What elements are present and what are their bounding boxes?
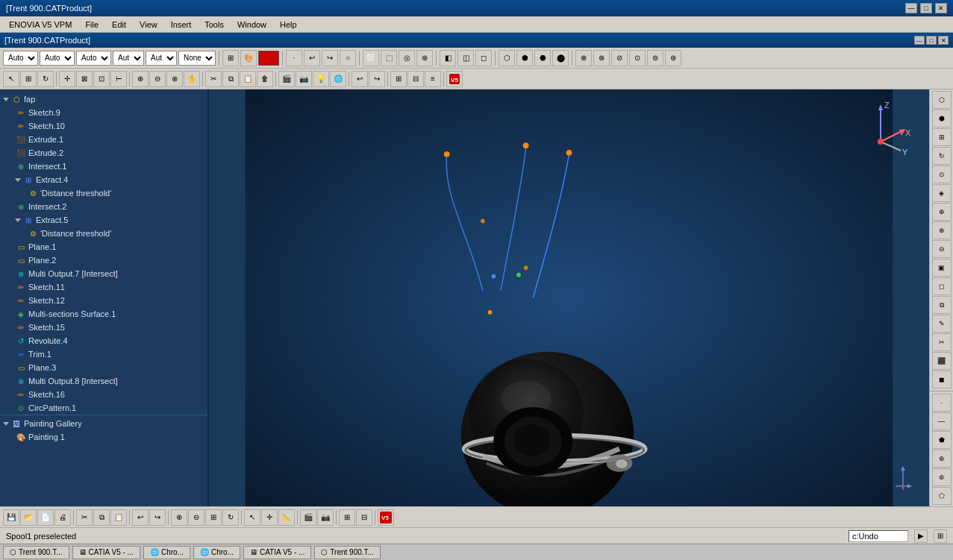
right-btn-8[interactable]: ⊗: [932, 221, 952, 239]
toolbar2-btn-delete[interactable]: 🗑: [257, 71, 273, 87]
bottom-btn-paste[interactable]: 📋: [110, 509, 127, 526]
toolbar2-btn-rotate[interactable]: ↻: [37, 71, 54, 87]
toolbar2-btn-catia[interactable]: V5: [446, 71, 463, 87]
toolbar-select-3[interactable]: Auto: [76, 51, 111, 66]
bottom-btn-axis[interactable]: ⊟: [356, 509, 372, 526]
right-btn-11[interactable]: ◻: [932, 277, 952, 295]
right-btn-13[interactable]: ✎: [932, 315, 952, 333]
right-btn-2[interactable]: ⬢: [932, 110, 952, 128]
taskbar-btn-5[interactable]: 🖥 CATIA V5 - ...: [243, 546, 311, 559]
bottom-btn-open[interactable]: 📂: [20, 509, 37, 526]
tree-item-revolute4[interactable]: ↺ Revolute.4: [0, 334, 207, 347]
bottom-btn-grid[interactable]: ⊞: [339, 509, 355, 526]
toolbar2-btn-snap2[interactable]: ⊟: [407, 71, 424, 87]
taskbar-btn-4[interactable]: 🌐 Chro...: [193, 546, 240, 559]
toolbar-select-1[interactable]: Auto: [3, 51, 38, 66]
bottom-btn-redo[interactable]: ↪: [149, 509, 166, 526]
tree-item-plane2[interactable]: ▭ Plane.2: [0, 254, 207, 267]
inner-minimize-button[interactable]: —: [914, 36, 925, 45]
bottom-btn-rotate[interactable]: ↻: [222, 509, 239, 526]
bottom-btn-new[interactable]: 📄: [37, 509, 54, 526]
tree-item-sketch16[interactable]: ✏ Sketch.16: [0, 388, 207, 401]
toolbar-btn-3d2[interactable]: ⬢: [516, 50, 533, 66]
right-btn-16[interactable]: ◼: [932, 371, 952, 388]
toolbar-btn-undo[interactable]: ↩: [304, 50, 320, 66]
tree-item-multi8[interactable]: ⊗ Multi Output.8 [Intersect]: [0, 374, 207, 388]
taskbar-btn-2[interactable]: 🖥 CATIA V5 - ...: [72, 546, 140, 559]
toolbar2-btn-render[interactable]: 🎬: [278, 71, 295, 87]
toolbar2-btn-grid[interactable]: ⊞: [390, 71, 407, 87]
right-btn-15[interactable]: ⬛: [932, 352, 952, 370]
toolbar-btn-misc3[interactable]: ⊘: [611, 50, 628, 66]
tree-item-gallery[interactable]: 🖼 Painting Gallery: [0, 417, 207, 430]
bottom-btn-render[interactable]: 🎬: [300, 509, 316, 526]
maximize-button[interactable]: □: [920, 3, 932, 13]
toolbar2-btn-pan[interactable]: ✋: [184, 71, 200, 87]
toolbar-btn-view1[interactable]: ⬜: [363, 50, 379, 66]
toolbar2-btn-redo[interactable]: ↪: [369, 71, 385, 87]
toolbar-btn-misc6[interactable]: ⊛: [665, 50, 681, 66]
viewport[interactable]: Z X Y: [209, 89, 929, 506]
bottom-btn-print[interactable]: 🖨: [54, 509, 71, 526]
toolbar-btn-3d1[interactable]: ⬡: [499, 50, 515, 66]
close-button[interactable]: ✕: [935, 3, 947, 13]
bottom-btn-zoomout[interactable]: ⊖: [188, 509, 204, 526]
taskbar-btn-3[interactable]: 🌐 Chro...: [143, 546, 190, 559]
status-icon-2[interactable]: ⊞: [934, 529, 947, 543]
toolbar2-btn-light[interactable]: 💡: [313, 71, 329, 87]
toolbar-btn-dot[interactable]: ·: [286, 50, 302, 66]
menu-insert[interactable]: Insert: [165, 19, 198, 31]
menu-edit[interactable]: Edit: [106, 19, 132, 31]
toolbar2-btn-zoomout[interactable]: ⊖: [149, 71, 166, 87]
right-btn-5[interactable]: ⊙: [932, 166, 952, 183]
tree-item-dist-thresh-2[interactable]: ⚙ 'Distance threshold': [0, 227, 207, 240]
tree-item-intersect2[interactable]: ⊕ Intersect.2: [0, 200, 207, 213]
toolbar-btn-misc4[interactable]: ⊙: [629, 50, 646, 66]
menu-file[interactable]: File: [79, 19, 104, 31]
toolbar2-btn-camera[interactable]: 📷: [296, 71, 312, 87]
tree-item-extrude1[interactable]: ⬛ Extrude.1: [0, 133, 207, 146]
taskbar-btn-6[interactable]: ⬡ Trent 900.T...: [314, 546, 381, 559]
toolbar2-btn-measure[interactable]: ⊢: [110, 71, 127, 87]
tree-item-extrude2[interactable]: ⬛ Extrude.2: [0, 146, 207, 160]
toolbar2-btn-copy[interactable]: ⧉: [222, 71, 239, 87]
tree-item-trim1[interactable]: ✂ Trim.1: [0, 347, 207, 361]
inner-maximize-button[interactable]: □: [926, 36, 937, 45]
tree-item-surface1[interactable]: ◈ Multi-sections Surface.1: [0, 307, 207, 321]
right-btn-9[interactable]: ⊖: [932, 240, 952, 258]
tree-item-circpattern1[interactable]: ⊙ CircPattern.1: [0, 401, 207, 415]
tree-item-sketch10[interactable]: ✏ Sketch.10: [0, 119, 207, 133]
tree-item-painting1[interactable]: 🎨 Painting 1: [0, 430, 207, 444]
right-btn-22[interactable]: ⬠: [932, 487, 952, 505]
toolbar-btn-3d4[interactable]: ⬤: [552, 50, 569, 66]
right-btn-20[interactable]: ⊛: [932, 450, 952, 468]
toolbar-select-2[interactable]: Auto: [40, 51, 75, 66]
bottom-btn-cut[interactable]: ✂: [76, 509, 93, 526]
menu-view[interactable]: View: [134, 19, 163, 31]
toolbar-btn-misc2[interactable]: ⊗: [593, 50, 610, 66]
tree-item-multi7[interactable]: ⊗ Multi Output.7 [Intersect]: [0, 267, 207, 280]
status-icon-1[interactable]: ▶: [914, 529, 928, 543]
right-btn-18[interactable]: —: [932, 412, 952, 430]
right-btn-3[interactable]: ⊞: [932, 128, 952, 146]
bottom-btn-measure[interactable]: 📐: [278, 509, 295, 526]
tree-item-extract5[interactable]: ⊞ Extract.5: [0, 213, 207, 227]
toolbar-btn-view4[interactable]: ⊛: [416, 50, 433, 66]
toolbar-select-5[interactable]: Aut: [146, 51, 177, 66]
right-btn-6[interactable]: ◈: [932, 184, 952, 202]
minimize-button[interactable]: —: [905, 3, 917, 13]
toolbar2-btn-zoomfit[interactable]: ⊗: [166, 71, 183, 87]
menu-help[interactable]: Help: [274, 19, 303, 31]
right-btn-12[interactable]: ⧉: [932, 296, 952, 314]
toolbar-select-6[interactable]: None: [178, 51, 216, 66]
toolbar2-btn-scale[interactable]: ⊠: [76, 71, 93, 87]
toolbar-btn-icon1[interactable]: ⊞: [222, 50, 239, 66]
toolbar2-btn-move[interactable]: ✛: [59, 71, 75, 87]
toolbar2-btn-align[interactable]: ≡: [425, 71, 441, 87]
menu-tools[interactable]: Tools: [199, 19, 230, 31]
tree-item-sketch9[interactable]: ✏ Sketch.9: [0, 106, 207, 119]
right-btn-4[interactable]: ↻: [932, 147, 952, 165]
toolbar2-btn-scene[interactable]: 🌐: [330, 71, 346, 87]
bottom-btn-undo[interactable]: ↩: [132, 509, 149, 526]
menu-enovia[interactable]: ENOVIA V5 VPM: [3, 19, 78, 31]
